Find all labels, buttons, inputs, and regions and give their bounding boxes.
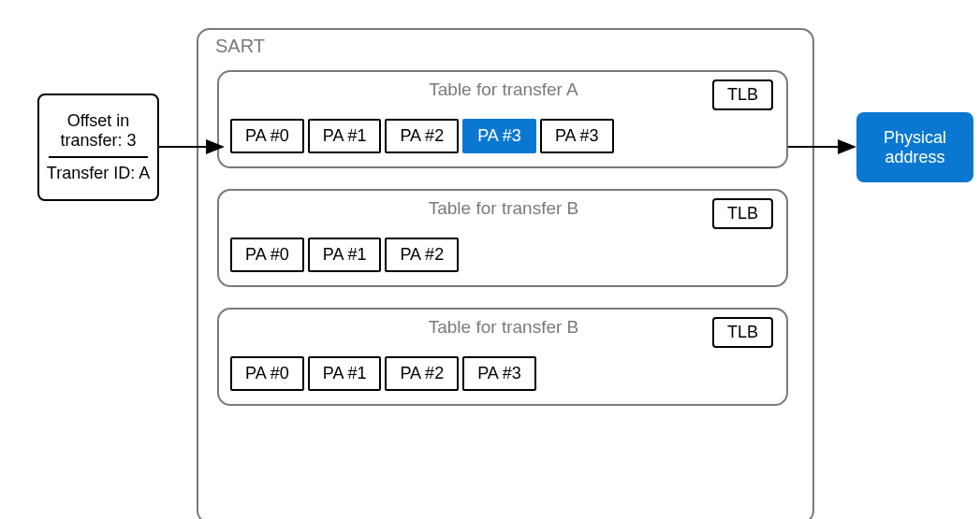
- output-box: Physical address: [856, 112, 973, 182]
- request-box: Offset in transfer: 3 Transfer ID: A: [37, 94, 159, 201]
- pa-entry: PA #0: [230, 119, 304, 153]
- table-b-title: Table for transfer B: [232, 198, 775, 219]
- table-a: Table for transfer A TLB PA #0 PA #1 PA …: [217, 70, 788, 168]
- pa-entry: PA #2: [385, 356, 459, 391]
- table-b2-title: Table for transfer B: [232, 317, 775, 338]
- pa-entry: PA #3: [462, 356, 536, 391]
- table-b-entries: PA #0 PA #1 PA #2: [230, 238, 775, 272]
- pa-entry: PA #2: [385, 238, 459, 272]
- table-b: Table for transfer B TLB PA #0 PA #1 PA …: [217, 189, 788, 287]
- pa-entry: PA #1: [308, 119, 382, 153]
- table-a-title: Table for transfer A: [232, 79, 775, 100]
- table-b2-entries: PA #0 PA #1 PA #2 PA #3: [230, 356, 775, 391]
- pa-entry-highlighted: PA #3: [462, 119, 536, 153]
- output-label: Physical address: [858, 128, 972, 167]
- table-b2: Table for transfer B TLB PA #0 PA #1 PA …: [217, 308, 788, 406]
- table-a-entries: PA #0 PA #1 PA #2 PA #3 PA #3: [230, 119, 775, 153]
- sart-title: SART: [215, 36, 265, 57]
- table-a-tlb: TLB: [712, 79, 773, 110]
- request-id: Transfer ID: A: [47, 160, 150, 183]
- table-b-tlb: TLB: [712, 198, 773, 229]
- table-b2-tlb: TLB: [712, 317, 773, 348]
- pa-entry: PA #0: [230, 356, 304, 391]
- pa-entry: PA #0: [230, 238, 304, 272]
- pa-entry: PA #1: [308, 356, 382, 391]
- divider: [49, 156, 148, 158]
- request-offset: Offset in transfer: 3: [43, 111, 154, 154]
- pa-entry: PA #1: [308, 238, 382, 272]
- pa-entry: PA #3: [540, 119, 614, 153]
- diagram-canvas: Offset in transfer: 3 Transfer ID: A SAR…: [19, 19, 980, 519]
- sart-container: SART Table for transfer A TLB PA #0 PA #…: [197, 28, 814, 519]
- pa-entry: PA #2: [385, 119, 459, 153]
